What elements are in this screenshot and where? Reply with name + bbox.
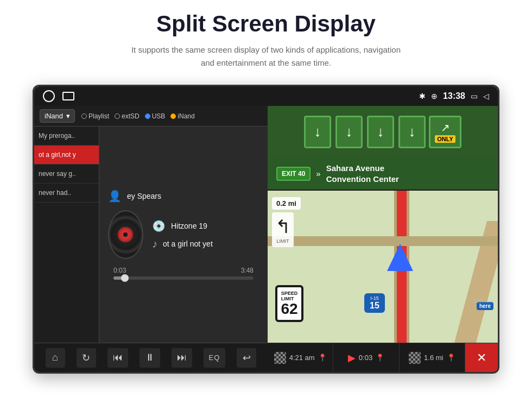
source-tab-inand[interactable]: iNand: [170, 112, 194, 120]
close-icon: ✕: [477, 351, 486, 365]
highway-arrow-right: ↗ ONLY: [429, 116, 461, 148]
highway-arrows: ↓ ↓ ↓ ↓: [304, 116, 426, 148]
highway-arrow-4: ↓: [398, 116, 426, 148]
album-track-info: 💿 Hitzone 19 ♪ ot a girl not yet: [152, 219, 259, 250]
status-left: [43, 90, 74, 102]
progress-times: 0:03 3:48: [113, 267, 254, 274]
person-icon: 👤: [108, 190, 122, 203]
source-tab-playlist[interactable]: Playlist: [81, 112, 109, 120]
playlist-radio-dot: [81, 114, 87, 119]
back-icon: ◁: [483, 92, 489, 100]
turn-icon: ↰: [275, 216, 290, 237]
exit-badge: EXIT 40: [276, 167, 311, 181]
turn-indicator: ↰ LIMIT: [272, 212, 294, 247]
image-icon: [62, 92, 74, 100]
source-dropdown[interactable]: iNand ▾: [40, 109, 75, 123]
list-item[interactable]: never had..: [34, 184, 99, 203]
nav-dest-pin: 📍: [447, 354, 455, 362]
list-item[interactable]: never say g..: [34, 165, 99, 184]
home-button[interactable]: ⌂: [46, 348, 65, 368]
song-list: My preroga.. ot a girl,not y never say g…: [34, 127, 99, 343]
speed-limit-label: SPEEDLIMIT: [281, 291, 298, 301]
usb-radio-dot: [145, 114, 150, 119]
status-time: 13:38: [443, 91, 465, 101]
extsd-label: extSD: [122, 112, 140, 120]
inand-radio-dot: [170, 114, 176, 119]
red-arrow-icon: ▶: [348, 352, 356, 364]
watermark: Seicane: [472, 297, 496, 305]
back-button[interactable]: ↩: [237, 348, 256, 368]
now-playing: 👤 ey Spears 💿 Hi: [99, 127, 268, 343]
album-vinyl-row: 💿 Hitzone 19 ♪ ot a girl not yet: [108, 210, 259, 259]
distance-overlay: 0.2 mi: [272, 197, 301, 210]
eq-button[interactable]: EQ: [204, 348, 226, 368]
next-button[interactable]: ⏭: [172, 348, 192, 368]
album-name: Hitzone 19: [171, 222, 207, 230]
exit-street: Sahara Avenue: [326, 163, 399, 174]
playlist-area: My preroga.. ot a girl,not y never say g…: [34, 127, 268, 343]
repeat-button[interactable]: ↻: [77, 348, 96, 368]
highway-arrow-2: ↓: [335, 116, 363, 148]
time-total: 3:48: [241, 267, 254, 274]
checkered-icon-2: [409, 352, 421, 364]
chevron-down-icon: ▾: [66, 112, 70, 120]
track-name: ot a girl not yet: [163, 239, 213, 248]
speed-limit: SPEEDLIMIT 62: [275, 285, 303, 322]
nav-eta-pin: 📍: [318, 354, 327, 362]
artist-name: ey Spears: [127, 192, 161, 200]
nav-remaining: 1.6 mi: [424, 354, 443, 362]
nav-close-button[interactable]: ✕: [465, 343, 498, 372]
exit-place: Convention Center: [326, 174, 399, 185]
source-tab-extsd[interactable]: extSD: [115, 112, 140, 120]
status-bar: ✱ ⊕ 13:38 ▭ ◁: [34, 86, 498, 106]
inand-label: iNand: [178, 112, 194, 120]
highway-arrow-3: ↓: [367, 116, 394, 148]
split-container: iNand ▾ Playlist extSD USB: [34, 106, 498, 372]
time-current: 0:03: [113, 267, 126, 274]
controls-bar: ⌂ ↻ ⏮ ⏸ ⏭ EQ ↩: [34, 343, 268, 372]
highway-sign-area: ↓ ↓ ↓ ↓ ↗ ONLY: [268, 106, 498, 157]
highway-badge: I-15 15: [364, 293, 385, 313]
source-selector: iNand ▾ Playlist extSD USB: [34, 106, 268, 127]
list-item[interactable]: My preroga..: [34, 127, 99, 146]
nav-duration: 0:03: [359, 354, 372, 362]
nav-duration-segment: ▶ 0:03 📍: [333, 343, 399, 372]
location-icon: ⊕: [431, 92, 438, 100]
road-horizontal: [268, 236, 498, 246]
only-badge: ONLY: [435, 135, 455, 143]
extsd-radio-dot: [115, 114, 120, 119]
vinyl-dot: [123, 232, 128, 237]
progress-bar[interactable]: [113, 276, 254, 280]
progress-thumb[interactable]: [121, 274, 129, 282]
album-row: 💿 Hitzone 19: [152, 219, 259, 232]
track-row: ♪ ot a girl not yet: [152, 238, 259, 250]
status-right: ✱ ⊕ 13:38 ▭ ◁: [419, 91, 489, 101]
artist-row: 👤 ey Spears: [108, 190, 259, 203]
vinyl-disc: [108, 210, 143, 259]
device-frame: ✱ ⊕ 13:38 ▭ ◁ iNand ▾ Playlist: [33, 85, 499, 374]
nav-bottom-bar: 4:21 am 📍 ▶ 0:03 📍 1.6 mi 📍 ✕: [268, 343, 498, 372]
speed-limit-value: 62: [281, 301, 297, 317]
source-tab-usb[interactable]: USB: [145, 112, 166, 120]
window-icon: ▭: [471, 92, 478, 100]
play-pause-button[interactable]: ⏸: [140, 348, 160, 368]
list-item[interactable]: ot a girl,not y: [34, 146, 99, 165]
music-icon: ♪: [152, 238, 157, 250]
nav-arrow: [387, 244, 413, 271]
page-subtitle: It supports the same screen display of t…: [130, 43, 402, 70]
nav-eta-segment: 4:21 am 📍: [268, 343, 333, 372]
right-arrow-icon: ↗: [441, 121, 450, 134]
playlist-label: Playlist: [88, 112, 109, 120]
progress-section: 0:03 3:48: [108, 267, 259, 280]
source-dropdown-label: iNand: [45, 112, 63, 120]
bluetooth-icon: ✱: [419, 92, 426, 100]
exit-arrow: »: [316, 169, 320, 178]
distance-value: 0.2 mi: [276, 199, 296, 207]
usb-label: USB: [152, 112, 166, 120]
source-tabs: Playlist extSD USB iNand: [81, 112, 195, 120]
highway-id: I-15: [370, 295, 379, 301]
highway-num: 15: [370, 301, 379, 311]
music-panel: iNand ▾ Playlist extSD USB: [34, 106, 268, 372]
prev-button[interactable]: ⏮: [107, 348, 128, 368]
nav-panel: ↓ ↓ ↓ ↓ ↗ ONLY EXIT 40 » Sahara Avenue C…: [268, 106, 498, 372]
